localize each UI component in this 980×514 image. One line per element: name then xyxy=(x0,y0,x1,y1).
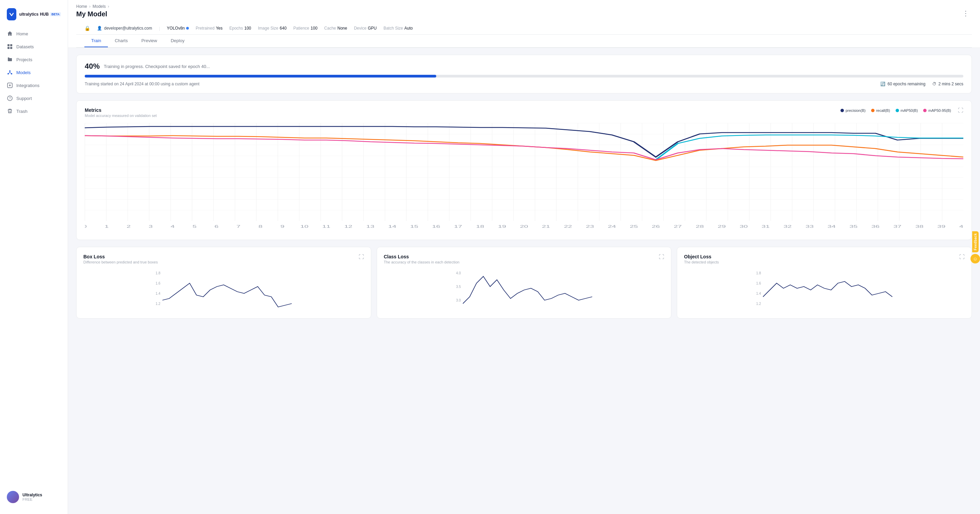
svg-text:34: 34 xyxy=(827,225,836,228)
clock-icon: ⏱ xyxy=(932,82,937,86)
object-loss-title: Object Loss xyxy=(684,254,719,259)
svg-text:27: 27 xyxy=(674,225,682,228)
tab-deploy[interactable]: Deploy xyxy=(164,35,191,47)
model-dot xyxy=(186,27,189,30)
svg-text:17: 17 xyxy=(454,225,462,228)
sidebar-item-projects[interactable]: Projects xyxy=(0,53,68,66)
svg-text:24: 24 xyxy=(608,225,616,228)
svg-text:20: 20 xyxy=(520,225,528,228)
user-icon: 👤 xyxy=(97,26,102,30)
svg-text:1.2: 1.2 xyxy=(756,302,761,306)
logo-text: ultralytics xyxy=(19,12,38,17)
models-icon xyxy=(7,69,13,76)
svg-text:23: 23 xyxy=(586,225,594,228)
sidebar-item-datasets[interactable]: Datasets xyxy=(0,40,68,53)
integrations-icon xyxy=(7,82,13,88)
sidebar: ultralytics HUB BETA Home Datasets Proje… xyxy=(0,0,68,514)
epochs-pair: Epochs 100 xyxy=(229,26,251,30)
image-size-pair: Image Size 640 xyxy=(258,26,286,30)
metrics-expand-button[interactable]: ⛶ xyxy=(958,108,963,114)
box-loss-title: Box Loss xyxy=(83,254,158,259)
projects-icon xyxy=(7,56,13,63)
sidebar-label-home: Home xyxy=(16,31,28,36)
svg-text:1.6: 1.6 xyxy=(156,281,160,285)
sidebar-label-trash: Trash xyxy=(16,109,27,114)
class-loss-box: Class Loss The accuracy of the classes i… xyxy=(377,247,672,319)
sidebar-item-support[interactable]: ? Support xyxy=(0,92,68,105)
breadcrumb: Home › Models › xyxy=(76,4,109,9)
top-header: Home › Models › My Model ⋮ 🔒 👤 developer… xyxy=(68,0,980,48)
tab-charts[interactable]: Charts xyxy=(108,35,134,47)
svg-text:?: ? xyxy=(9,97,11,100)
svg-text:1.4: 1.4 xyxy=(756,292,761,295)
feedback-icon[interactable]: ☺ xyxy=(970,254,980,263)
feedback-widget[interactable]: Feedback ☺ xyxy=(970,231,980,263)
sidebar-item-trash[interactable]: Trash xyxy=(0,105,68,117)
user-profile[interactable]: Ultralytics FREE xyxy=(0,485,68,509)
patience-pair: Patience 100 xyxy=(293,26,318,30)
svg-text:15: 15 xyxy=(410,225,418,228)
sidebar-label-integrations: Integrations xyxy=(16,83,40,88)
sidebar-label-projects: Projects xyxy=(16,57,32,62)
box-loss-expand-button[interactable]: ⛶ xyxy=(359,254,364,260)
chart-legend: precision(B) recall(B) mAP50(B) mAP xyxy=(840,108,951,113)
svg-text:25: 25 xyxy=(630,225,638,228)
svg-text:1.4: 1.4 xyxy=(156,292,160,295)
svg-text:9: 9 xyxy=(280,225,285,228)
feedback-label[interactable]: Feedback xyxy=(972,231,978,252)
device-pair: Device GPU xyxy=(354,26,377,30)
breadcrumb-home[interactable]: Home xyxy=(76,4,87,9)
bottom-charts: Box Loss Difference between predicted an… xyxy=(76,247,972,319)
svg-text:18: 18 xyxy=(476,225,484,228)
svg-text:3.5: 3.5 xyxy=(456,285,461,289)
svg-text:30: 30 xyxy=(740,225,748,228)
home-icon xyxy=(7,30,13,37)
svg-text:39: 39 xyxy=(937,225,945,228)
progress-bar-background xyxy=(85,75,963,78)
svg-text:3: 3 xyxy=(149,225,153,228)
svg-rect-1 xyxy=(8,44,10,46)
svg-text:28: 28 xyxy=(695,225,704,228)
object-loss-expand-button[interactable]: ⛶ xyxy=(959,254,965,260)
object-loss-box: Object Loss The detected objects ⛶ 1.8 1… xyxy=(677,247,972,319)
epochs-icon: 🔄 xyxy=(880,82,885,86)
object-loss-subtitle: The detected objects xyxy=(684,260,719,264)
cache-pair: Cache None xyxy=(324,26,347,30)
metrics-title: Metrics xyxy=(85,108,157,113)
metrics-svg: 1.0 0.9 0.8 0.7 0.6 0.5 0.4 0.3 0.2 0.1 … xyxy=(85,123,963,232)
sidebar-item-home[interactable]: Home xyxy=(0,27,68,40)
sidebar-item-integrations[interactable]: Integrations xyxy=(0,79,68,92)
breadcrumb-models[interactable]: Models xyxy=(92,4,106,9)
class-loss-expand-button[interactable]: ⛶ xyxy=(659,254,664,260)
svg-point-5 xyxy=(9,70,11,72)
svg-text:3.0: 3.0 xyxy=(456,298,461,302)
main-content: Home › Models › My Model ⋮ 🔒 👤 developer… xyxy=(68,0,980,514)
svg-rect-11 xyxy=(85,123,963,221)
svg-text:32: 32 xyxy=(784,225,792,228)
trash-icon xyxy=(7,108,13,114)
svg-text:35: 35 xyxy=(850,225,858,228)
svg-text:37: 37 xyxy=(893,225,901,228)
svg-rect-4 xyxy=(10,47,12,49)
sidebar-item-models[interactable]: Models xyxy=(0,66,68,79)
svg-text:36: 36 xyxy=(872,225,880,228)
more-options-button[interactable]: ⋮ xyxy=(959,8,972,19)
svg-text:1.2: 1.2 xyxy=(156,302,160,306)
training-date: Training started on 24 April 2024 at 00:… xyxy=(85,82,199,86)
svg-text:10: 10 xyxy=(301,225,309,228)
tab-train[interactable]: Train xyxy=(84,35,108,47)
svg-text:0: 0 xyxy=(85,225,87,228)
logo-subtext: HUB xyxy=(40,12,49,17)
metrics-box: Metrics Model accuracy measured on valid… xyxy=(76,100,972,240)
tab-preview[interactable]: Preview xyxy=(134,35,164,47)
metrics-subtitle: Model accuracy measured on validation se… xyxy=(85,114,157,117)
training-percent: 40% xyxy=(85,62,100,71)
model-meta: 🔒 👤 developer@ultralytics.com | YOLOv8n … xyxy=(76,22,972,35)
svg-text:19: 19 xyxy=(498,225,506,228)
content-area: 40% Training in progress. Checkpoint sav… xyxy=(68,48,980,325)
svg-text:21: 21 xyxy=(542,225,550,228)
svg-rect-3 xyxy=(8,47,10,49)
user-plan: FREE xyxy=(22,497,42,501)
svg-text:16: 16 xyxy=(432,225,440,228)
svg-text:5: 5 xyxy=(192,225,197,228)
